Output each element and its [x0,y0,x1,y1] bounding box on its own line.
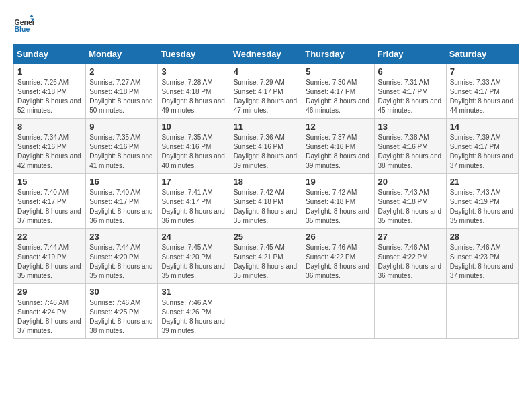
day-info: Sunrise: 7:41 AMSunset: 4:17 PMDaylight:… [161,188,226,226]
day-number: 17 [161,177,226,187]
calendar-cell: 17 Sunrise: 7:41 AMSunset: 4:17 PMDaylig… [158,174,230,229]
page-header: General Blue [13,13,519,34]
calendar-week-row: 22 Sunrise: 7:44 AMSunset: 4:19 PMDaylig… [14,229,519,284]
day-number: 29 [17,287,82,297]
day-number: 12 [306,122,370,132]
calendar-cell: 28 Sunrise: 7:46 AMSunset: 4:23 PMDaylig… [446,229,518,284]
day-info: Sunrise: 7:46 AMSunset: 4:25 PMDaylight:… [89,298,154,336]
day-info: Sunrise: 7:27 AMSunset: 4:18 PMDaylight:… [89,78,154,116]
calendar-cell: 18 Sunrise: 7:42 AMSunset: 4:18 PMDaylig… [230,174,302,229]
calendar-cell: 19 Sunrise: 7:42 AMSunset: 4:18 PMDaylig… [302,174,374,229]
day-number: 25 [234,232,299,242]
day-info: Sunrise: 7:31 AMSunset: 4:17 PMDaylight:… [378,78,443,116]
day-number: 30 [89,287,154,297]
day-number: 23 [89,232,154,242]
calendar-header-row: SundayMondayTuesdayWednesdayThursdayFrid… [14,45,519,64]
day-info: Sunrise: 7:36 AMSunset: 4:16 PMDaylight:… [234,133,299,171]
calendar-cell: 9 Sunrise: 7:35 AMSunset: 4:16 PMDayligh… [86,119,158,174]
day-of-week-header: Wednesday [230,45,302,64]
day-number: 4 [234,66,299,77]
day-number: 24 [161,232,226,242]
calendar-cell: 21 Sunrise: 7:43 AMSunset: 4:19 PMDaylig… [446,174,518,229]
day-info: Sunrise: 7:43 AMSunset: 4:18 PMDaylight:… [378,188,443,226]
calendar-cell [446,284,518,339]
calendar-week-row: 15 Sunrise: 7:40 AMSunset: 4:17 PMDaylig… [14,174,519,229]
day-info: Sunrise: 7:34 AMSunset: 4:16 PMDaylight:… [17,133,82,171]
calendar-cell: 1 Sunrise: 7:26 AMSunset: 4:18 PMDayligh… [14,64,86,119]
day-info: Sunrise: 7:45 AMSunset: 4:20 PMDaylight:… [161,243,226,281]
day-number: 22 [17,232,82,242]
calendar-cell: 13 Sunrise: 7:38 AMSunset: 4:16 PMDaylig… [374,119,446,174]
calendar-cell: 15 Sunrise: 7:40 AMSunset: 4:17 PMDaylig… [14,174,86,229]
calendar-cell: 24 Sunrise: 7:45 AMSunset: 4:20 PMDaylig… [158,229,230,284]
day-number: 28 [450,232,515,242]
calendar-cell: 26 Sunrise: 7:46 AMSunset: 4:22 PMDaylig… [302,229,374,284]
calendar-cell [302,284,374,339]
calendar-cell: 2 Sunrise: 7:27 AMSunset: 4:18 PMDayligh… [86,64,158,119]
day-info: Sunrise: 7:44 AMSunset: 4:20 PMDaylight:… [89,243,154,281]
calendar-cell: 6 Sunrise: 7:31 AMSunset: 4:17 PMDayligh… [374,64,446,119]
svg-text:Blue: Blue [15,25,30,33]
day-of-week-header: Friday [374,45,446,64]
day-info: Sunrise: 7:46 AMSunset: 4:22 PMDaylight:… [306,243,370,281]
day-info: Sunrise: 7:35 AMSunset: 4:16 PMDaylight:… [161,133,226,171]
day-info: Sunrise: 7:33 AMSunset: 4:17 PMDaylight:… [450,78,515,116]
calendar-week-row: 29 Sunrise: 7:46 AMSunset: 4:24 PMDaylig… [14,284,519,339]
day-number: 20 [378,177,443,187]
day-info: Sunrise: 7:45 AMSunset: 4:21 PMDaylight:… [234,243,299,281]
day-info: Sunrise: 7:26 AMSunset: 4:18 PMDaylight:… [17,78,82,116]
day-info: Sunrise: 7:29 AMSunset: 4:17 PMDaylight:… [234,78,299,116]
day-number: 16 [89,177,154,187]
day-info: Sunrise: 7:46 AMSunset: 4:23 PMDaylight:… [450,243,515,281]
day-info: Sunrise: 7:43 AMSunset: 4:19 PMDaylight:… [450,188,515,226]
calendar-cell: 27 Sunrise: 7:46 AMSunset: 4:22 PMDaylig… [374,229,446,284]
day-number: 21 [450,177,515,187]
day-info: Sunrise: 7:30 AMSunset: 4:17 PMDaylight:… [306,78,370,116]
day-number: 7 [450,66,515,77]
calendar-cell: 22 Sunrise: 7:44 AMSunset: 4:19 PMDaylig… [14,229,86,284]
calendar-cell: 16 Sunrise: 7:40 AMSunset: 4:17 PMDaylig… [86,174,158,229]
day-number: 26 [306,232,370,242]
day-number: 5 [306,66,370,77]
calendar-cell: 25 Sunrise: 7:45 AMSunset: 4:21 PMDaylig… [230,229,302,284]
calendar-cell: 31 Sunrise: 7:46 AMSunset: 4:26 PMDaylig… [158,284,230,339]
day-info: Sunrise: 7:39 AMSunset: 4:17 PMDaylight:… [450,133,515,171]
day-of-week-header: Thursday [302,45,374,64]
calendar-cell: 12 Sunrise: 7:37 AMSunset: 4:16 PMDaylig… [302,119,374,174]
day-number: 18 [234,177,299,187]
calendar-cell: 8 Sunrise: 7:34 AMSunset: 4:16 PMDayligh… [14,119,86,174]
logo-icon: General Blue [13,13,34,34]
calendar-week-row: 1 Sunrise: 7:26 AMSunset: 4:18 PMDayligh… [14,64,519,119]
day-info: Sunrise: 7:35 AMSunset: 4:16 PMDaylight:… [89,133,154,171]
day-of-week-header: Sunday [14,45,86,64]
day-number: 11 [234,122,299,132]
calendar-cell: 20 Sunrise: 7:43 AMSunset: 4:18 PMDaylig… [374,174,446,229]
calendar-cell: 10 Sunrise: 7:35 AMSunset: 4:16 PMDaylig… [158,119,230,174]
calendar-week-row: 8 Sunrise: 7:34 AMSunset: 4:16 PMDayligh… [14,119,519,174]
svg-marker-2 [30,15,34,18]
day-info: Sunrise: 7:46 AMSunset: 4:26 PMDaylight:… [161,298,226,336]
day-of-week-header: Monday [86,45,158,64]
calendar-cell: 11 Sunrise: 7:36 AMSunset: 4:16 PMDaylig… [230,119,302,174]
day-info: Sunrise: 7:42 AMSunset: 4:18 PMDaylight:… [306,188,370,226]
day-number: 13 [378,122,443,132]
day-info: Sunrise: 7:42 AMSunset: 4:18 PMDaylight:… [234,188,299,226]
logo: General Blue [13,13,36,34]
day-info: Sunrise: 7:44 AMSunset: 4:19 PMDaylight:… [17,243,82,281]
day-number: 1 [17,66,82,77]
day-number: 31 [161,287,226,297]
day-info: Sunrise: 7:38 AMSunset: 4:16 PMDaylight:… [378,133,443,171]
day-number: 6 [378,66,443,77]
day-number: 10 [161,122,226,132]
calendar-cell: 4 Sunrise: 7:29 AMSunset: 4:17 PMDayligh… [230,64,302,119]
day-info: Sunrise: 7:46 AMSunset: 4:24 PMDaylight:… [17,298,82,336]
calendar-cell: 3 Sunrise: 7:28 AMSunset: 4:18 PMDayligh… [158,64,230,119]
day-number: 9 [89,122,154,132]
day-info: Sunrise: 7:46 AMSunset: 4:22 PMDaylight:… [378,243,443,281]
calendar-table: SundayMondayTuesdayWednesdayThursdayFrid… [13,44,519,339]
calendar-cell: 5 Sunrise: 7:30 AMSunset: 4:17 PMDayligh… [302,64,374,119]
day-number: 3 [161,66,226,77]
day-number: 19 [306,177,370,187]
calendar-cell: 14 Sunrise: 7:39 AMSunset: 4:17 PMDaylig… [446,119,518,174]
day-number: 2 [89,66,154,77]
